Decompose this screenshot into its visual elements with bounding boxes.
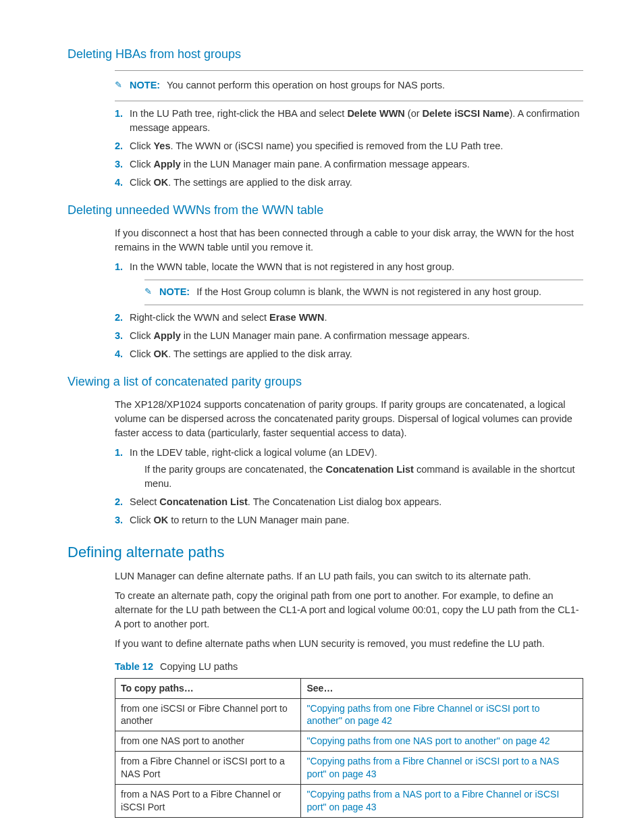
- step-number: 4.: [115, 176, 123, 190]
- steps-wwn-1: 1.In the WWN table, locate the WWN that …: [115, 260, 583, 274]
- cell-see: "Copying paths from a NAS port to a Fibr…: [301, 784, 583, 817]
- cell-see: "Copying paths from one NAS port to anot…: [301, 731, 583, 752]
- step-text: Right-click the WWN and select Erase WWN…: [130, 312, 327, 323]
- step-item: 1.In the LU Path tree, right-click the H…: [115, 107, 583, 135]
- cell-see: "Copying paths from a Fibre Channel or i…: [301, 752, 583, 785]
- divider: [115, 101, 583, 101]
- steps-concat: 1.In the LDEV table, right-click a logic…: [115, 446, 583, 527]
- cell-see: "Copying paths from one Fibre Channel or…: [301, 698, 583, 731]
- table-caption: Table 12 Copying LU paths: [115, 660, 583, 674]
- step-text: Click OK. The settings are applied to th…: [130, 177, 352, 188]
- cross-ref-link[interactable]: "Copying paths from a NAS port to a Fibr…: [306, 789, 559, 812]
- step-number: 2.: [115, 495, 123, 509]
- paragraph: If you want to define alternate paths wh…: [115, 637, 583, 651]
- divider: [144, 280, 583, 280]
- step-item: 4.Click OK. The settings are applied to …: [115, 347, 583, 361]
- th-to-copy: To copy paths…: [115, 678, 301, 698]
- step-item: 3.Click OK to return to the LUN Manager …: [115, 513, 583, 527]
- inner-note: ✎ NOTE: If the Host Group column is blan…: [144, 280, 583, 305]
- table-row: from a Fibre Channel or iSCSI port to a …: [115, 752, 583, 785]
- heading-deleting-wwns: Deleting unneeded WWNs from the WWN tabl…: [68, 202, 583, 218]
- note-text: You cannot perform this operation on hos…: [167, 80, 445, 90]
- step-number: 4.: [115, 347, 123, 361]
- heading-deleting-hbas: Deleting HBAs from host groups: [68, 46, 583, 62]
- th-see: See…: [301, 678, 583, 698]
- divider: [144, 305, 583, 305]
- step-item: 1.In the WWN table, locate the WWN that …: [115, 260, 583, 274]
- note-label: NOTE:: [159, 286, 190, 297]
- step-number: 2.: [115, 139, 123, 153]
- note-text: If the Host Group column is blank, the W…: [196, 286, 541, 297]
- table-row: from a NAS Port to a Fibre Channel or iS…: [115, 784, 583, 817]
- step-number: 3.: [115, 157, 123, 172]
- note-icon: ✎: [144, 286, 157, 298]
- divider: [115, 70, 583, 71]
- table-number: Table 12: [115, 661, 153, 672]
- step-text: Click OK to return to the LUN Manager ma…: [130, 515, 350, 525]
- note-box-1: ✎ NOTE: You cannot perform this operatio…: [115, 76, 583, 95]
- table-title: Copying LU paths: [160, 661, 238, 672]
- note-label: NOTE:: [130, 80, 160, 90]
- table-copying-paths: To copy paths… See… from one iSCSI or Fi…: [115, 678, 583, 818]
- paragraph: To create an alternate path, copy the or…: [115, 589, 583, 631]
- step-text: Click OK. The settings are applied to th…: [130, 348, 352, 359]
- step-item: 2.Right-click the WWN and select Erase W…: [115, 311, 583, 325]
- step-number: 3.: [115, 329, 123, 343]
- cross-ref-link[interactable]: "Copying paths from one NAS port to anot…: [306, 735, 549, 746]
- cell-to-copy: from one NAS port to another: [115, 731, 301, 752]
- cell-to-copy: from a NAS Port to a Fibre Channel or iS…: [115, 784, 301, 817]
- paragraph: If you disconnect a host that has been c…: [115, 226, 583, 255]
- step-item: 3.Click Apply in the LUN Manager main pa…: [115, 329, 583, 343]
- table-row: from one NAS port to another"Copying pat…: [115, 731, 583, 752]
- step-number: 1.: [115, 260, 123, 274]
- heading-viewing-concat: Viewing a list of concatenated parity gr…: [68, 373, 583, 390]
- step-number: 1.: [115, 107, 123, 121]
- note-box-2: ✎ NOTE: If the Host Group column is blan…: [144, 286, 583, 299]
- step-text: Click Apply in the LUN Manager main pane…: [130, 330, 470, 341]
- note-icon: ✎: [115, 79, 127, 91]
- step-item: 2.Select Concatenation List. The Concate…: [115, 495, 583, 509]
- step-text: In the LDEV table, right-click a logical…: [130, 447, 377, 458]
- step-text: Click Apply in the LUN Manager main pane…: [130, 159, 470, 170]
- step-text: In the WWN table, locate the WWN that is…: [130, 261, 454, 272]
- step-number: 3.: [115, 513, 123, 527]
- steps-wwn-2: 2.Right-click the WWN and select Erase W…: [115, 311, 583, 361]
- cross-ref-link[interactable]: "Copying paths from one Fibre Channel or…: [306, 703, 539, 727]
- cell-to-copy: from a Fibre Channel or iSCSI port to a …: [115, 752, 301, 785]
- step-item: 1.In the LDEV table, right-click a logic…: [115, 446, 583, 491]
- step-text: In the LU Path tree, right-click the HBA…: [130, 108, 580, 133]
- step-item: 3.Click Apply in the LUN Manager main pa…: [115, 157, 583, 172]
- step-text: Select Concatenation List. The Concatena…: [130, 496, 441, 507]
- cross-ref-link[interactable]: "Copying paths from a Fibre Channel or i…: [306, 756, 559, 779]
- heading-defining-alternate: Defining alternate paths: [68, 542, 583, 563]
- table-row: from one iSCSI or Fibre Channel port to …: [115, 698, 583, 731]
- paragraph: The XP128/XP1024 supports concatenation …: [115, 398, 583, 440]
- step-text: Click Yes. The WWN or (iSCSI name) you s…: [130, 140, 503, 151]
- steps-deleting-hbas: 1.In the LU Path tree, right-click the H…: [115, 107, 583, 190]
- cell-to-copy: from one iSCSI or Fibre Channel port to …: [115, 698, 301, 731]
- step-item: 4.Click OK. The settings are applied to …: [115, 176, 583, 190]
- paragraph: LUN Manager can define alternate paths. …: [115, 569, 583, 583]
- step-number: 1.: [115, 446, 123, 460]
- step-number: 2.: [115, 311, 123, 325]
- step-item: 2.Click Yes. The WWN or (iSCSI name) you…: [115, 139, 583, 153]
- step-subtext: If the parity groups are concatenated, t…: [144, 463, 583, 491]
